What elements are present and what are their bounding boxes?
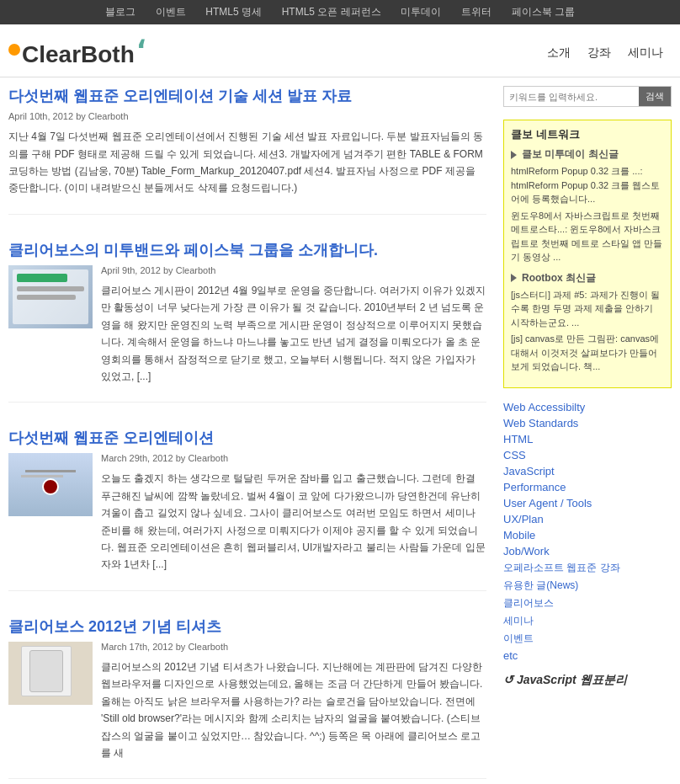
- sidebar-link-list: Web Accessibilty Web Standards HTML CSS …: [503, 401, 672, 662]
- post-1-body: 지난 4월 7일 다섯번째 웹표준 오리엔테이션에서 진행된 기술 세션 발표 …: [8, 128, 486, 197]
- post-4-body: 클리어보스의 2012년 기념 티셔츠가 나왔습니다. 지난해에는 계판판에 담…: [101, 659, 486, 761]
- network-section-2-title: Rootbox 최신글: [511, 271, 664, 285]
- main-wrapper: 다섯번째 웹표준 오리엔테이션 기술 세션 발표 자료 April 10th, …: [0, 77, 680, 784]
- post-3-thumbnail: [8, 453, 93, 516]
- post-4-thumbnail: [8, 642, 93, 705]
- post-3-date: March 29th, 2012: [101, 453, 173, 463]
- sidebar-link-14: 이벤트: [503, 632, 672, 646]
- post-1: 다섯번째 웹표준 오리엔테이션 기술 세션 발표 자료 April 10th, …: [8, 86, 486, 215]
- network-section-1-text: htmlReform Popup 0.32 크를 ...: htmlReform…: [511, 164, 664, 206]
- link-seminar[interactable]: 세미나: [503, 615, 534, 627]
- sidebar-link-12: 클리어보스: [503, 596, 672, 611]
- post-1-by: by: [76, 111, 88, 121]
- link-javascript[interactable]: JavaScript: [503, 465, 555, 477]
- top-nav: 블로그 이벤트 HTML5 명세 HTML5 오픈 레퍼런스 미투데이 트위터 …: [0, 0, 680, 24]
- header-nav-lecture[interactable]: 강좌: [587, 45, 611, 61]
- sidebar-js-label: ↺ JavaScript 웹표분리: [503, 670, 672, 688]
- network-box: 클보 네트워크 클보 미투데이 최신글 htmlReform Popup 0.3…: [503, 120, 672, 388]
- link-useful-news[interactable]: 유용한 글(News): [503, 579, 578, 591]
- post-3-by: by: [176, 453, 189, 463]
- post-4-meta: March 17th, 2012 by Clearboth: [101, 642, 486, 652]
- sidebar-link-1: Web Standards: [503, 417, 672, 429]
- post-1-title[interactable]: 다섯번째 웹표준 오리엔테이션 기술 세션 발표 자료: [8, 86, 486, 107]
- triangle-icon-1: [511, 151, 517, 159]
- link-mobile[interactable]: Mobile: [503, 529, 535, 541]
- network-section-1-title: 클보 미투데이 최신글: [511, 147, 664, 162]
- link-html[interactable]: HTML: [503, 433, 533, 445]
- sidebar-link-2: HTML: [503, 433, 672, 445]
- logo-text-both: Both: [81, 41, 135, 67]
- sidebar-link-6: User Agent / Tools: [503, 497, 672, 509]
- post-3-meta: March 29th, 2012 by Clearboth: [101, 453, 486, 463]
- post-3-text: March 29th, 2012 by Clearboth 오늘도 출겠지 하는…: [101, 453, 486, 573]
- post-3-body: 오늘도 출겠지 하는 생각으로 털달린 두꺼운 잠바를 입고 출근했습니다. 그…: [101, 470, 486, 573]
- post-2-date: April 9th, 2012: [101, 265, 161, 275]
- link-etc[interactable]: etc: [503, 649, 518, 662]
- sidebar-link-8: Mobile: [503, 529, 672, 541]
- post-2-by: by: [163, 265, 176, 275]
- network-section-2-text: [js스터디] 과제 #5: 과제가 진행이 될수록 한명 두명 과제 제출을 …: [511, 288, 664, 330]
- sidebar-link-9: Job/Work: [503, 545, 672, 557]
- network-section-1-text2: 윈도우8에서 자바스크립트로 첫번째 메트로스타...: 윈도우8에서 자바스크…: [511, 209, 664, 264]
- sidebar-search-box: 검색: [503, 86, 672, 107]
- sidebar-link-0: Web Accessibilty: [503, 401, 672, 413]
- link-job-work[interactable]: Job/Work: [503, 545, 550, 557]
- content-area: 다섯번째 웹표준 오리엔테이션 기술 세션 발표 자료 April 10th, …: [8, 86, 503, 784]
- post-2-author: Clearboth: [176, 265, 216, 275]
- link-css[interactable]: CSS: [503, 449, 526, 461]
- search-button[interactable]: 검색: [639, 87, 671, 106]
- link-clearboth[interactable]: 클리어보스: [503, 597, 554, 609]
- header-nav-seminar[interactable]: 세미나: [628, 45, 663, 61]
- header-nav: 소개 강좌 세미나: [547, 45, 663, 61]
- nav-html5-spec[interactable]: HTML5 명세: [205, 6, 262, 18]
- logo-area: ClearBothʻ: [8, 37, 146, 68]
- link-events[interactable]: 이벤트: [503, 632, 534, 644]
- link-user-agent[interactable]: User Agent / Tools: [503, 497, 592, 509]
- post-2: 클리어보스의 미투밴드와 페이스북 그룹을 소개합니다. April 9th, …: [8, 240, 486, 403]
- post-2-thumbnail: [8, 265, 93, 328]
- link-opera-lecture[interactable]: 오페라소프트 웹표준 강좌: [503, 562, 620, 573]
- post-3-author: Clearboth: [188, 453, 228, 463]
- post-2-content: April 9th, 2012 by Clearboth 클리어보스 게시판이 …: [8, 265, 486, 385]
- link-web-standards[interactable]: Web Standards: [503, 417, 578, 429]
- triangle-icon-2: [511, 274, 517, 282]
- header-nav-about[interactable]: 소개: [547, 45, 571, 61]
- logo-text-clear: Clear: [22, 41, 81, 67]
- network-section-2-text2: [js] canvas로 만든 그림판: canvas에 대해서 이것저것 살펴…: [511, 332, 664, 374]
- post-2-title[interactable]: 클리어보스의 미투밴드와 페이스북 그룹을 소개합니다.: [8, 240, 486, 261]
- post-3-title[interactable]: 다섯번째 웹표준 오리엔테이션: [8, 428, 486, 449]
- nav-html5-ref[interactable]: HTML5 오픈 레퍼런스: [282, 6, 381, 18]
- nav-events[interactable]: 이벤트: [156, 6, 186, 18]
- link-web-accessibility[interactable]: Web Accessibilty: [503, 401, 585, 413]
- logo[interactable]: ClearBothʻ: [8, 37, 146, 68]
- network-section-2: Rootbox 최신글 [js스터디] 과제 #5: 과제가 진행이 될수록 한…: [511, 271, 664, 374]
- post-2-thumb-image: [8, 265, 93, 328]
- post-3-content: March 29th, 2012 by Clearboth 오늘도 출겠지 하는…: [8, 453, 486, 573]
- header: ClearBothʻ 소개 강좌 세미나: [0, 24, 680, 77]
- link-ux-plan[interactable]: UX/Plan: [503, 513, 544, 525]
- nav-twitter[interactable]: 트위터: [461, 6, 491, 18]
- sidebar: 검색 클보 네트워크 클보 미투데이 최신글 htmlReform Popup …: [503, 86, 672, 784]
- sidebar-link-7: UX/Plan: [503, 513, 672, 525]
- post-2-meta: April 9th, 2012 by Clearboth: [101, 265, 486, 275]
- nav-me2day[interactable]: 미투데이: [401, 6, 441, 18]
- post-2-text: April 9th, 2012 by Clearboth 클리어보스 게시판이 …: [101, 265, 486, 385]
- sidebar-link-4: JavaScript: [503, 465, 672, 477]
- nav-blog[interactable]: 블로그: [105, 6, 135, 18]
- post-4-text: March 17th, 2012 by Clearboth 클리어보스의 201…: [101, 642, 486, 761]
- sidebar-link-15: etc: [503, 649, 672, 662]
- post-4-title[interactable]: 클리어보스 2012년 기념 티셔츠: [8, 616, 486, 637]
- logo-orange-dot: [8, 44, 20, 56]
- post-4-author: Clearboth: [188, 642, 228, 652]
- post-3: 다섯번째 웹표준 오리엔테이션 March 29th, 2012 by Clea…: [8, 428, 486, 591]
- post-4: 클리어보스 2012년 기념 티셔츠 March 17th, 2012 by C…: [8, 616, 486, 780]
- post-1-date: April 10th, 2012: [8, 111, 73, 121]
- nav-facebook[interactable]: 페이스북 그룹: [512, 6, 575, 18]
- post-1-meta: April 10th, 2012 by Clearboth: [8, 111, 486, 121]
- js-section-text: ↺ JavaScript 웹표분리: [503, 673, 627, 686]
- post-4-by: by: [176, 642, 189, 652]
- search-input[interactable]: [504, 87, 639, 106]
- link-performance[interactable]: Performance: [503, 481, 566, 493]
- network-box-title: 클보 네트워크: [511, 127, 664, 142]
- sidebar-link-10: 오페라소프트 웹표준 강좌: [503, 561, 672, 575]
